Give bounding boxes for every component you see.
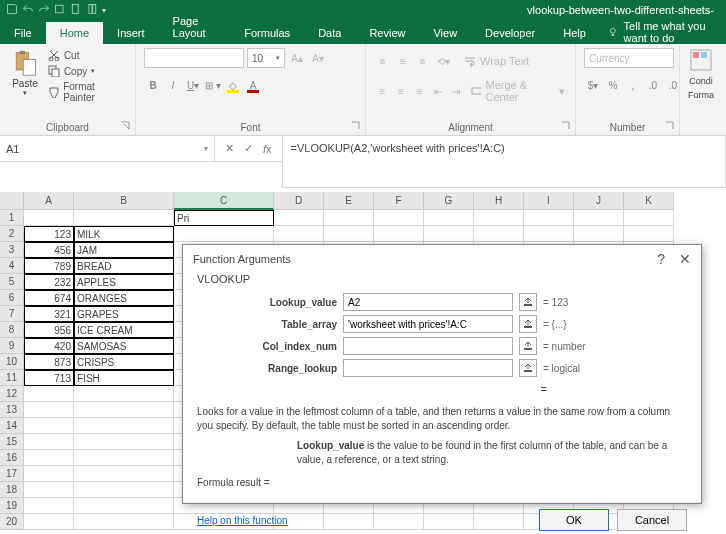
row-header[interactable]: 15 bbox=[0, 434, 24, 450]
cancel-formula-icon[interactable]: ✕ bbox=[225, 142, 234, 155]
align-right-icon[interactable]: ≡ bbox=[411, 82, 428, 100]
undo-icon[interactable] bbox=[22, 3, 34, 17]
cell[interactable] bbox=[74, 402, 174, 418]
cell[interactable]: SAMOSAS bbox=[74, 338, 174, 354]
column-header[interactable]: K bbox=[624, 192, 674, 210]
cell[interactable] bbox=[24, 514, 74, 530]
cell[interactable] bbox=[524, 210, 574, 226]
row-header[interactable]: 20 bbox=[0, 514, 24, 530]
cell[interactable] bbox=[424, 210, 474, 226]
cell[interactable] bbox=[474, 226, 524, 242]
row-header[interactable]: 10 bbox=[0, 354, 24, 370]
conditional-formatting-button[interactable]: Condi Forma bbox=[688, 48, 714, 133]
tab-formulas[interactable]: Formulas bbox=[230, 22, 304, 44]
row-header[interactable]: 8 bbox=[0, 322, 24, 338]
paste-button[interactable]: Paste ▾ bbox=[8, 48, 42, 97]
cell[interactable] bbox=[24, 498, 74, 514]
cell[interactable] bbox=[624, 210, 674, 226]
cell[interactable]: 674 bbox=[24, 290, 74, 306]
dialog-launcher-icon[interactable] bbox=[561, 121, 571, 131]
column-header[interactable]: C bbox=[174, 192, 274, 210]
decrease-indent-icon[interactable]: ⇤ bbox=[430, 82, 447, 100]
cell[interactable] bbox=[24, 386, 74, 402]
cell[interactable]: ORANGES bbox=[74, 290, 174, 306]
cell[interactable]: 789 bbox=[24, 258, 74, 274]
cell[interactable] bbox=[374, 226, 424, 242]
row-header[interactable]: 17 bbox=[0, 466, 24, 482]
ok-button[interactable]: OK bbox=[539, 509, 609, 531]
cell[interactable] bbox=[24, 450, 74, 466]
cell[interactable]: GRAPES bbox=[74, 306, 174, 322]
column-header[interactable]: F bbox=[374, 192, 424, 210]
row-header[interactable]: 13 bbox=[0, 402, 24, 418]
cell[interactable] bbox=[74, 482, 174, 498]
cell[interactable] bbox=[74, 434, 174, 450]
collapse-dialog-icon[interactable] bbox=[519, 293, 537, 311]
border-button[interactable]: ⊞ ▾ bbox=[204, 76, 222, 94]
row-header[interactable]: 6 bbox=[0, 290, 24, 306]
collapse-dialog-icon[interactable] bbox=[519, 359, 537, 377]
cell[interactable]: Pri bbox=[174, 210, 274, 226]
cut-button[interactable]: Cut bbox=[46, 48, 127, 62]
dialog-launcher-icon[interactable] bbox=[665, 121, 675, 131]
tab-data[interactable]: Data bbox=[304, 22, 355, 44]
increase-font-icon[interactable]: A▴ bbox=[288, 49, 306, 67]
dialog-launcher-icon[interactable] bbox=[121, 121, 131, 131]
align-top-icon[interactable]: ≡ bbox=[374, 52, 392, 70]
tab-help[interactable]: Help bbox=[549, 22, 600, 44]
collapse-dialog-icon[interactable] bbox=[519, 315, 537, 333]
cell[interactable]: 456 bbox=[24, 242, 74, 258]
arg-input[interactable] bbox=[343, 359, 513, 377]
cell[interactable] bbox=[524, 226, 574, 242]
cell[interactable] bbox=[74, 386, 174, 402]
font-size-select[interactable]: 10▾ bbox=[247, 48, 285, 68]
cell[interactable] bbox=[574, 226, 624, 242]
cell[interactable]: 232 bbox=[24, 274, 74, 290]
qat-icon[interactable] bbox=[70, 3, 82, 17]
cell[interactable]: BREAD bbox=[74, 258, 174, 274]
cell[interactable] bbox=[74, 514, 174, 530]
cell[interactable]: ICE CREAM bbox=[74, 322, 174, 338]
row-header[interactable]: 5 bbox=[0, 274, 24, 290]
cell[interactable] bbox=[24, 466, 74, 482]
cell[interactable]: 713 bbox=[24, 370, 74, 386]
row-header[interactable]: 7 bbox=[0, 306, 24, 322]
tab-developer[interactable]: Developer bbox=[471, 22, 549, 44]
close-icon[interactable]: ✕ bbox=[679, 251, 691, 267]
align-left-icon[interactable]: ≡ bbox=[374, 82, 391, 100]
tab-insert[interactable]: Insert bbox=[103, 22, 159, 44]
row-header[interactable]: 1 bbox=[0, 210, 24, 226]
cell[interactable]: 123 bbox=[24, 226, 74, 242]
cell[interactable] bbox=[74, 466, 174, 482]
cell[interactable] bbox=[24, 402, 74, 418]
cell[interactable]: 956 bbox=[24, 322, 74, 338]
row-header[interactable]: 11 bbox=[0, 370, 24, 386]
row-header[interactable]: 9 bbox=[0, 338, 24, 354]
cell[interactable] bbox=[24, 210, 74, 226]
tell-me[interactable]: Tell me what you want to do bbox=[600, 20, 726, 44]
fill-color-button[interactable]: ◇ bbox=[224, 76, 242, 94]
cell[interactable]: 420 bbox=[24, 338, 74, 354]
row-header[interactable]: 19 bbox=[0, 498, 24, 514]
cell[interactable] bbox=[74, 210, 174, 226]
cell[interactable]: APPLES bbox=[74, 274, 174, 290]
wrap-text-button[interactable]: Wrap Text bbox=[462, 54, 531, 68]
font-select[interactable] bbox=[144, 48, 244, 68]
row-header[interactable]: 2 bbox=[0, 226, 24, 242]
cell[interactable] bbox=[74, 450, 174, 466]
name-box[interactable]: A1 ▾ bbox=[0, 136, 215, 161]
help-icon[interactable]: ? bbox=[657, 251, 665, 267]
cell[interactable] bbox=[374, 210, 424, 226]
align-bottom-icon[interactable]: ≡ bbox=[414, 52, 432, 70]
cell[interactable] bbox=[324, 226, 374, 242]
column-header[interactable]: B bbox=[74, 192, 174, 210]
decrease-font-icon[interactable]: A▾ bbox=[309, 49, 327, 67]
row-header[interactable]: 4 bbox=[0, 258, 24, 274]
merge-button[interactable]: Merge & Center ▾ bbox=[469, 78, 567, 104]
copy-button[interactable]: Copy ▾ bbox=[46, 64, 127, 78]
fx-icon[interactable]: fx bbox=[263, 143, 272, 155]
cell[interactable]: 321 bbox=[24, 306, 74, 322]
percent-icon[interactable]: % bbox=[604, 76, 622, 94]
align-middle-icon[interactable]: ≡ bbox=[394, 52, 412, 70]
cancel-button[interactable]: Cancel bbox=[617, 509, 687, 531]
